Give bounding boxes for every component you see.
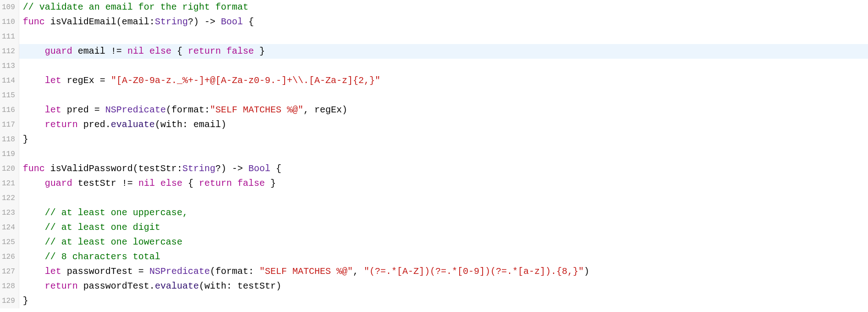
code-token: ) xyxy=(584,266,589,277)
code-line[interactable]: // at least one digit xyxy=(19,220,868,235)
code-token: (format: xyxy=(166,105,210,115)
code-line[interactable]: guard email != nil else { return false } xyxy=(19,44,868,59)
line-number: 110 xyxy=(2,15,15,29)
line-number: 126 xyxy=(2,250,15,264)
code-line[interactable]: return passwordTest.evaluate(with: testS… xyxy=(19,279,868,294)
code-line[interactable]: // at least one lowercase xyxy=(19,235,868,250)
code-token: else xyxy=(149,46,171,56)
code-token: guard xyxy=(45,46,72,56)
code-token: evaluate xyxy=(111,119,155,130)
code-token: NSPredicate xyxy=(105,105,166,115)
line-number: 125 xyxy=(2,235,15,250)
code-token xyxy=(23,119,45,130)
line-number: 114 xyxy=(2,73,15,88)
line-number: 117 xyxy=(2,117,15,132)
code-token: (with: email) xyxy=(155,119,226,130)
code-line[interactable]: // validate an email for the right forma… xyxy=(19,0,868,15)
code-token: (format: xyxy=(210,266,259,277)
code-line[interactable] xyxy=(19,147,868,162)
code-token: passwordTest. xyxy=(78,281,155,291)
code-token: guard xyxy=(45,178,72,189)
code-line[interactable]: func isValidPassword(testStr:String?) ->… xyxy=(19,162,868,176)
code-line[interactable]: } xyxy=(19,294,868,308)
code-token xyxy=(23,266,45,277)
code-token: Bool xyxy=(221,17,243,27)
code-token: ?) -> xyxy=(215,163,248,174)
code-token: { xyxy=(182,178,199,189)
code-line[interactable] xyxy=(19,59,868,73)
line-number: 111 xyxy=(2,29,15,44)
code-line[interactable]: let regEx = "[A-Z0-9a-z._%+-]+@[A-Za-z0-… xyxy=(19,73,868,88)
code-token: Bool xyxy=(248,163,270,174)
code-token xyxy=(23,281,45,291)
line-number: 128 xyxy=(2,279,15,294)
code-token: , xyxy=(353,266,364,277)
code-line[interactable] xyxy=(19,88,868,103)
code-token: isValidPassword(testStr: xyxy=(45,163,182,174)
line-number: 124 xyxy=(2,220,15,235)
code-token: // at least one uppercase, xyxy=(45,207,188,218)
line-number: 118 xyxy=(2,132,15,147)
code-token: false xyxy=(237,178,265,189)
code-line[interactable]: return pred.evaluate(with: email) xyxy=(19,117,868,132)
code-token xyxy=(232,178,237,189)
code-token: String xyxy=(155,17,188,27)
code-token xyxy=(23,251,45,262)
line-number: 127 xyxy=(2,264,15,279)
code-line[interactable]: let passwordTest = NSPredicate(format: "… xyxy=(19,264,868,279)
line-number: 112 xyxy=(2,44,15,59)
code-editor-area[interactable]: // validate an email for the right forma… xyxy=(19,0,868,308)
code-token: // validate an email for the right forma… xyxy=(23,2,248,12)
code-token: evaluate xyxy=(155,281,199,291)
code-token: nil xyxy=(127,46,144,56)
line-number: 113 xyxy=(2,59,15,73)
code-token: (with: testStr) xyxy=(199,281,281,291)
code-token: let xyxy=(45,105,61,115)
code-line[interactable]: guard testStr != nil else { return false… xyxy=(19,176,868,191)
code-token: } xyxy=(265,178,276,189)
code-token: func xyxy=(23,163,45,174)
line-number: 120 xyxy=(2,162,15,176)
code-token: } xyxy=(23,134,28,145)
code-token: testStr != xyxy=(72,178,138,189)
code-token: , regEx) xyxy=(303,105,347,115)
code-token: return xyxy=(199,178,232,189)
code-token: "[A-Z0-9a-z._%+-]+@[A-Za-z0-9.-]+\\.[A-Z… xyxy=(111,75,380,86)
line-number-gutter: 1091101111121131141151161171181191201211… xyxy=(0,0,19,308)
code-token: { xyxy=(243,17,254,27)
code-line[interactable] xyxy=(19,191,868,206)
code-token: nil xyxy=(138,178,155,189)
code-token: { xyxy=(171,46,188,56)
code-token: return xyxy=(45,119,78,130)
code-token: } xyxy=(254,46,265,56)
code-line[interactable]: let pred = NSPredicate(format:"SELF MATC… xyxy=(19,103,868,117)
code-token: "SELF MATCHES %@" xyxy=(259,266,353,277)
code-token xyxy=(221,46,226,56)
code-token: else xyxy=(160,178,182,189)
code-token: pred. xyxy=(78,119,111,130)
code-token xyxy=(155,178,160,189)
code-token xyxy=(23,207,45,218)
line-number: 122 xyxy=(2,191,15,206)
code-token: "(?=.*[A-Z])(?=.*[0-9])(?=.*[a-z]).{8,}" xyxy=(364,266,584,277)
code-token xyxy=(23,178,45,189)
code-token: String xyxy=(182,163,215,174)
code-token: func xyxy=(23,17,45,27)
code-line[interactable]: // at least one uppercase, xyxy=(19,206,868,220)
code-token: let xyxy=(45,266,61,277)
code-line[interactable]: func isValidEmail(email:String?) -> Bool… xyxy=(19,15,868,29)
code-token: NSPredicate xyxy=(149,266,210,277)
code-line[interactable] xyxy=(19,29,868,44)
code-token: ?) -> xyxy=(188,17,221,27)
code-token xyxy=(23,105,45,115)
code-token: return xyxy=(188,46,221,56)
code-line[interactable]: } xyxy=(19,132,868,147)
line-number: 119 xyxy=(2,147,15,162)
code-token: pred = xyxy=(61,105,105,115)
code-line[interactable]: // 8 characters total xyxy=(19,250,868,264)
code-token: } xyxy=(23,295,28,306)
code-token: // at least one lowercase xyxy=(45,237,182,247)
code-token xyxy=(23,222,45,233)
line-number: 129 xyxy=(2,294,15,308)
code-token: false xyxy=(226,46,254,56)
